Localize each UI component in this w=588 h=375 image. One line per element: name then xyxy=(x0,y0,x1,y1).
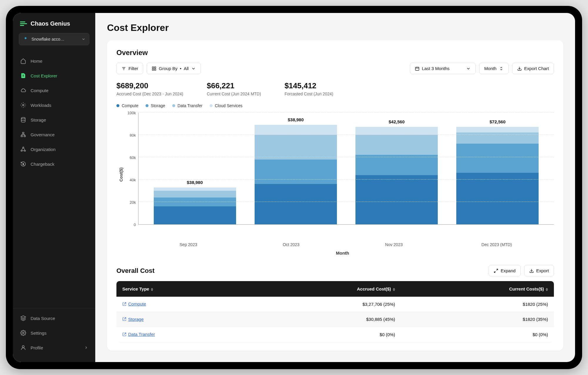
y-tick: 40k xyxy=(130,178,136,182)
sidebar-item-cost-explorer[interactable]: $ Cost Explorer xyxy=(13,68,95,83)
x-tick: Dec 2023 (MTD) xyxy=(455,242,538,247)
sidebar-item-organization[interactable]: Organization xyxy=(13,142,95,157)
granularity-selector[interactable]: Month xyxy=(479,63,509,74)
sidebar-item-compute[interactable]: Compute xyxy=(13,83,95,98)
device-frame: Chaos Genius Snowflake acco… Home $ Cost… xyxy=(6,6,582,369)
sidebar-item-label: Data Source xyxy=(31,316,55,321)
sidebar-item-data-source[interactable]: Data Source xyxy=(13,311,95,326)
sidebar-item-label: Organization xyxy=(31,147,56,152)
bar-group[interactable]: $72,560 xyxy=(456,127,539,224)
svg-line-30 xyxy=(124,333,126,334)
overview-title: Overview xyxy=(116,49,554,57)
bar-segment xyxy=(355,127,438,135)
export-table-button[interactable]: Export xyxy=(524,265,554,276)
bar-group[interactable]: $42,560 xyxy=(355,127,438,224)
service-link[interactable]: Compute xyxy=(122,301,146,306)
grid-icon xyxy=(152,66,156,71)
service-link[interactable]: Data Transfer xyxy=(122,332,155,337)
legend-item[interactable]: Compute xyxy=(116,103,138,108)
current-cell: $0 (0%) xyxy=(401,327,554,342)
groupby-value: All xyxy=(184,66,189,71)
sidebar-item-profile[interactable]: Profile xyxy=(13,340,95,355)
export-chart-button[interactable]: Export Chart xyxy=(512,63,554,74)
user-icon xyxy=(20,344,26,351)
svg-rect-16 xyxy=(152,67,154,68)
legend-dot xyxy=(116,104,119,107)
overall-cost-table: Service Type Accrued Cost($) Current Cos… xyxy=(116,281,554,342)
brand-name: Chaos Genius xyxy=(31,20,70,27)
svg-text:$: $ xyxy=(23,74,24,77)
svg-point-8 xyxy=(24,150,26,151)
sidebar-item-governance[interactable]: Governance xyxy=(13,127,95,142)
grid-line xyxy=(138,202,554,202)
x-axis: Sep 2023Oct 2023Nov 2023Dec 2023 (MTD) xyxy=(116,239,554,247)
bar-segment xyxy=(456,127,539,132)
col-service-type[interactable]: Service Type xyxy=(116,281,250,297)
stat-value: $145,412 xyxy=(285,81,333,90)
bar-group[interactable]: $38,980 xyxy=(154,188,236,224)
stat-current: $66,221 Current Cost (Jun 2024 MTD) xyxy=(207,81,261,96)
table-row: Compute $3,27,706 (25%) $1820 (25%) xyxy=(116,297,554,312)
y-tick: 0 xyxy=(134,223,136,227)
refund-icon: $ xyxy=(20,161,26,167)
service-link[interactable]: Storage xyxy=(122,317,144,322)
stat-accrued: $689,200 Accrued Cost (Dec 2023 - Jun 20… xyxy=(116,81,183,96)
gear-icon xyxy=(20,330,26,336)
chart-legend: ComputeStorageData TransferCloud Service… xyxy=(116,103,554,108)
y-axis: 020k40k60k80k100k xyxy=(123,113,138,225)
bar-label: $72,560 xyxy=(456,119,539,124)
svg-point-6 xyxy=(23,147,24,148)
grid-line xyxy=(138,112,554,112)
bar-segment xyxy=(355,135,438,155)
svg-rect-18 xyxy=(152,69,154,70)
sidebar-item-label: Home xyxy=(31,59,42,64)
legend-item[interactable]: Data Transfer xyxy=(172,103,203,108)
legend-item[interactable]: Cloud Services xyxy=(210,103,243,108)
sidebar-item-chargeback[interactable]: $ Chargeback xyxy=(13,157,95,171)
account-selector[interactable]: Snowflake acco… xyxy=(19,33,89,45)
x-tick: Sep 2023 xyxy=(147,242,230,247)
svg-point-12 xyxy=(22,346,24,348)
bar-group[interactable]: $38,980 xyxy=(255,125,337,224)
sidebar-item-storage[interactable]: Storage xyxy=(13,112,95,127)
date-range-selector[interactable]: Last 3 Months xyxy=(410,63,476,74)
legend-dot xyxy=(172,104,175,107)
sidebar-item-settings[interactable]: Settings xyxy=(13,326,95,340)
sort-icon xyxy=(393,288,395,291)
legend-item[interactable]: Storage xyxy=(146,103,165,108)
sidebar-item-label: Workloads xyxy=(31,103,51,108)
service-name: Storage xyxy=(128,317,144,322)
table-row: Data Transfer $0 (0%) $0 (0%) xyxy=(116,327,554,342)
sidebar-item-workloads[interactable]: Workloads xyxy=(13,98,95,112)
accrued-cell: $3,27,706 (25%) xyxy=(250,297,401,312)
overview-toolbar: Filter Group By • All Last 3 Months xyxy=(116,63,554,74)
sidebar-item-home[interactable]: Home xyxy=(13,54,95,68)
filter-button[interactable]: Filter xyxy=(116,63,143,74)
stat-label: Accrued Cost (Dec 2023 - Jun 2024) xyxy=(116,92,183,96)
svg-line-26 xyxy=(494,271,496,273)
brand-icon xyxy=(20,20,27,27)
filter-icon xyxy=(121,66,126,71)
overall-cost-title: Overall Cost xyxy=(116,267,155,275)
org-chart-icon xyxy=(20,131,26,138)
col-accrued-cost[interactable]: Accrued Cost($) xyxy=(250,281,401,297)
stat-forecast: $145,412 Forcasted Cost (Jun 2024) xyxy=(285,81,333,96)
sidebar-item-label: Chargeback xyxy=(31,162,54,167)
groupby-button[interactable]: Group By • All xyxy=(147,63,201,74)
sidebar-item-label: Storage xyxy=(31,117,46,122)
col-current-cost[interactable]: Current Costs($) xyxy=(401,281,554,297)
export-table-label: Export xyxy=(536,268,549,273)
account-label: Snowflake acco… xyxy=(31,37,78,42)
bar-segment xyxy=(154,206,236,224)
sidebar-item-label: Governance xyxy=(31,132,55,137)
table-row: Storage $30,885 (45%) $1820 (35%) xyxy=(116,312,554,327)
bar-segment xyxy=(456,173,539,224)
expand-label: Expand xyxy=(501,268,516,273)
expand-button[interactable]: Expand xyxy=(489,265,521,276)
calendar-icon xyxy=(415,66,420,71)
sidebar-item-label: Compute xyxy=(31,88,49,93)
legend-dot xyxy=(210,104,213,107)
overview-stats: $689,200 Accrued Cost (Dec 2023 - Jun 20… xyxy=(116,81,554,96)
bar-segment xyxy=(456,144,539,173)
date-range-value: Last 3 Months xyxy=(422,66,450,71)
